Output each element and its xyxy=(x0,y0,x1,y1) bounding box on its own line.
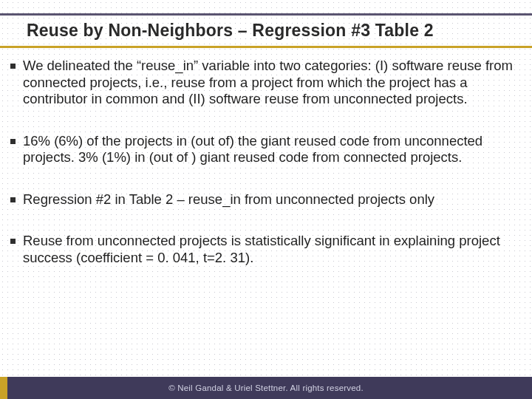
bullet-marker-icon xyxy=(10,139,16,144)
list-item: Regression #2 in Table 2 – reuse_in from… xyxy=(10,191,517,208)
list-item: We delineated the “reuse_in” variable in… xyxy=(10,58,517,108)
footer-accent xyxy=(0,377,7,399)
slide: Reuse by Non-Neighbors – Regression #3 T… xyxy=(0,0,532,399)
bullet-text: We delineated the “reuse_in” variable in… xyxy=(23,58,517,108)
bullet-text: 16% (6%) of the projects in (out of) the… xyxy=(23,133,517,166)
top-bar xyxy=(0,13,532,16)
slide-title: Reuse by Non-Neighbors – Regression #3 T… xyxy=(27,21,510,41)
footer-copyright: © Neil Gandal & Uriel Stettner. All righ… xyxy=(168,383,364,392)
bullet-marker-icon xyxy=(10,64,16,69)
list-item: Reuse from unconnected projects is stati… xyxy=(10,233,517,266)
bullet-marker-icon xyxy=(10,239,16,244)
bullet-text: Reuse from unconnected projects is stati… xyxy=(23,233,517,266)
list-item: 16% (6%) of the projects in (out of) the… xyxy=(10,133,517,166)
bullet-text: Regression #2 in Table 2 – reuse_in from… xyxy=(23,191,517,208)
content-area: We delineated the “reuse_in” variable in… xyxy=(10,58,517,362)
bullet-marker-icon xyxy=(10,197,16,202)
footer-bar: © Neil Gandal & Uriel Stettner. All righ… xyxy=(0,377,532,399)
title-underline xyxy=(0,46,532,48)
